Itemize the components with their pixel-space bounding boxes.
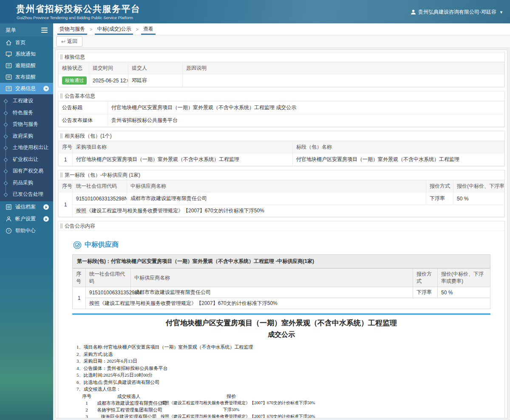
- expand-chevron-icon[interactable]: [43, 204, 49, 210]
- doc-title: 付官地块棚户区安置房项目（一期）室外景观（不含中水系统）工程监理: [72, 318, 490, 328]
- col-header: 报价(中标价、下浮率或费率): [453, 180, 504, 192]
- credit-code: 91510100633135298N: [73, 192, 127, 205]
- col-header: 序号: [59, 180, 73, 192]
- user-icon: [411, 9, 416, 15]
- col-header: 标段（包）名称: [293, 141, 504, 153]
- sidebar-item-account-settings[interactable]: 帐户设置: [0, 213, 53, 225]
- col-header: 提交人: [128, 62, 183, 74]
- sidebar-item-overdue-reminder[interactable]: 逾期提醒: [0, 60, 53, 71]
- sidebar-subitem-special-services[interactable]: 特色服务: [0, 107, 53, 119]
- supplier-name: 成都市市政建设监理有限责任公司: [127, 192, 426, 205]
- field-label: 公告标题: [59, 101, 108, 114]
- user-name: 贵州弘典建设咨询有限公司-邓廷容: [418, 8, 496, 16]
- table-row: 按照《建设工程监理与相关服务收费管理规定》【2007】670文的计价标准下浮50…: [73, 298, 490, 309]
- top-header: 贵州省招标投标公共服务平台 GuiZhou Province Tendering…: [0, 0, 510, 23]
- sidebar-subitem-published-announcements[interactable]: 已发公告处理: [0, 189, 53, 200]
- sidebar-item-integrity-archive[interactable]: 诚信档案: [0, 201, 53, 213]
- block-title: 中标供应商: [85, 240, 119, 249]
- breadcrumb-separator: >: [87, 23, 95, 35]
- col-header: 核验状态: [59, 62, 89, 74]
- breadcrumb-view[interactable]: 查看: [141, 23, 156, 35]
- winning-supplier-table: 序号 统一社会信用代码 中标供应商名称 报价方式 报价(中标价、下浮率或费率) …: [58, 180, 504, 217]
- sidebar-item-help-center[interactable]: ? 帮助中心: [0, 225, 53, 237]
- folder-icon: [6, 85, 12, 92]
- sidebar-subitem-state-property[interactable]: 国有产权交易: [0, 165, 53, 177]
- submit-time: 2025-06-25 12:00: [89, 74, 128, 87]
- sidebar-subitem-drug-procurement[interactable]: 药品采购: [0, 177, 53, 189]
- collapse-chevron-icon[interactable]: [43, 86, 49, 91]
- candidate-row: 1 成都市市政建设监理有限责任公司 按照《建设工程监理与相关服务收费管理规定》【…: [76, 400, 302, 406]
- basic-info-table: 公告标题 付官地块棚户区安置房项目（一期）室外景观（不含中水系统）工程监理 成交…: [58, 101, 504, 127]
- divider-line: [72, 313, 490, 315]
- quote-value: 50 %: [438, 287, 490, 298]
- list-icon: [6, 204, 12, 210]
- publish-media-value: 贵州省招标投标公共服务平台: [108, 114, 504, 127]
- col-header: 报价方式: [426, 180, 453, 192]
- sidebar-subitem-gov-procurement[interactable]: 政府采购: [0, 130, 53, 142]
- breadcrumb-goods-services[interactable]: 货物与服务: [57, 23, 87, 35]
- sidebar: 菜单 首页 系统通知 逾期提醒 发布提醒 交易信息 工程建设 特色服务 货物与服…: [0, 23, 53, 420]
- expand-chevron-icon[interactable]: [43, 216, 49, 222]
- section-marker: [60, 133, 62, 138]
- folder-icon: [6, 62, 12, 69]
- sidebar-subitem-land-use[interactable]: 土地使用权出让: [0, 142, 53, 154]
- col-header: 提交时间: [89, 62, 128, 74]
- quote-method: 下浮率: [426, 192, 453, 205]
- table-row: 公告标题 付官地块棚户区安置房项目（一期）室外景观（不含中水系统）工程监理 成交…: [59, 101, 504, 114]
- sidebar-subitem-goods-services[interactable]: 货物与服务: [0, 118, 53, 130]
- status-badge: 核验通过: [62, 76, 87, 85]
- doc-line: 2、采购方式:比选: [72, 351, 490, 358]
- monitor-icon: [6, 51, 12, 57]
- submitter: 邓廷容: [128, 74, 183, 87]
- table-row: 1 91510100633135298N 成都市市政建设监理有限责任公司 下浮率…: [59, 192, 504, 205]
- related-lots-table: 序号 采购项目名称 标段（包）名称 1 付官地块棚户区安置房项目（一期）室外景观…: [58, 141, 504, 166]
- col-header: 报价(中标价、下浮率或费率): [438, 269, 490, 287]
- section-related-lots: 相关标段（包）(1个) 序号 采购项目名称 标段（包）名称 1 付官地块棚户区安…: [58, 131, 505, 166]
- sidebar-menu-header[interactable]: 菜单: [0, 23, 53, 37]
- quote-note: 按照《建设工程监理与相关服务收费管理规定》【2007】670文的计价标准下浮50…: [86, 298, 490, 309]
- hamburger-icon[interactable]: [41, 26, 48, 34]
- sidebar-item-transaction-info[interactable]: 交易信息: [0, 83, 53, 94]
- table-row: 公告发布媒体 贵州省招标投标公共服务平台: [59, 114, 504, 127]
- svg-text:?: ?: [8, 229, 10, 233]
- row-seq: 1: [73, 287, 86, 309]
- chevron-down-icon: ▼: [499, 10, 503, 14]
- supplier-name: 成都市市政建设监理有限责任公司: [131, 287, 413, 298]
- section-marker: [60, 93, 62, 99]
- breadcrumb-award-announcement[interactable]: 中标(成交)公示: [95, 23, 133, 35]
- doc-line: 1、项目名称:付官地块棚户区安置房项目（一期）室外景观（不含中水系统）工程监理: [72, 344, 490, 351]
- field-label: 公告发布媒体: [59, 114, 108, 127]
- question-icon: ?: [6, 228, 12, 234]
- user-icon: [6, 216, 12, 222]
- lot-header-bar: 第一标段(包)：付官地块棚户区安置房项目（一期）室外景观（不含中水系统）工程监理…: [72, 254, 490, 268]
- sidebar-item-notifications[interactable]: 系统通知: [0, 48, 53, 60]
- user-menu[interactable]: 贵州弘典建设咨询有限公司-邓廷容 ▼: [411, 8, 503, 16]
- col-header: 序号: [73, 269, 86, 287]
- sidebar-item-publish-reminder[interactable]: 发布提醒: [0, 71, 53, 83]
- col-header: 统一社会信用代码: [86, 269, 131, 287]
- section-title: 相关标段（包）(1个): [65, 132, 112, 140]
- doc-line: 7、成交候选人信息：: [72, 386, 490, 393]
- target-check-icon: [73, 241, 82, 249]
- sidebar-subitem-engineering[interactable]: 工程建设: [0, 95, 53, 107]
- announcement-supplier-table: 序号 统一社会信用代码 中标供应商名称 报价方式 报价(中标价、下浮率或费率) …: [72, 268, 490, 309]
- sidebar-subitem-mining-rights[interactable]: 矿业权出让: [0, 154, 53, 166]
- back-button[interactable]: ↩ 返回: [56, 36, 82, 47]
- folder-icon: [6, 74, 12, 80]
- sidebar-item-home[interactable]: 首页: [0, 37, 53, 48]
- project-name: 付官地块棚户区安置房项目（一期）室外景观（不含中水系统）工程监理: [73, 153, 293, 166]
- section-marker: [60, 54, 62, 59]
- main-area: 货物与服务 > 中标(成交)公示 > 查看 ↩ 返回 核验信息 核验状态 提交时…: [53, 23, 510, 420]
- doc-line: 5、比选时间:2025年6月25日10时00分: [72, 372, 490, 379]
- candidate-header-row: 序号 成交候选人 报价: [76, 393, 302, 400]
- col-header: 原因说明: [183, 62, 504, 74]
- table-row: 1 付官地块棚户区安置房项目（一期）室外景观（不含中水系统）工程监理 付官地块棚…: [59, 153, 504, 166]
- section-marker: [60, 172, 62, 178]
- doc-line: 4、公告媒体：贵州省招标投标公共服务平台: [72, 365, 490, 372]
- menu-label: 菜单: [6, 27, 16, 34]
- section-winning-supplier: 第一标段（包）-中标供应商 (1家) 序号 统一社会信用代码 中标供应商名称 报…: [58, 170, 505, 217]
- section-title: 第一标段（包）-中标供应商 (1家): [65, 172, 140, 179]
- col-header: 报价方式: [413, 269, 438, 287]
- quote-value: 50 %: [453, 192, 504, 205]
- platform-subtitle: GuiZhou Province Tendering and Bidding P…: [17, 15, 133, 20]
